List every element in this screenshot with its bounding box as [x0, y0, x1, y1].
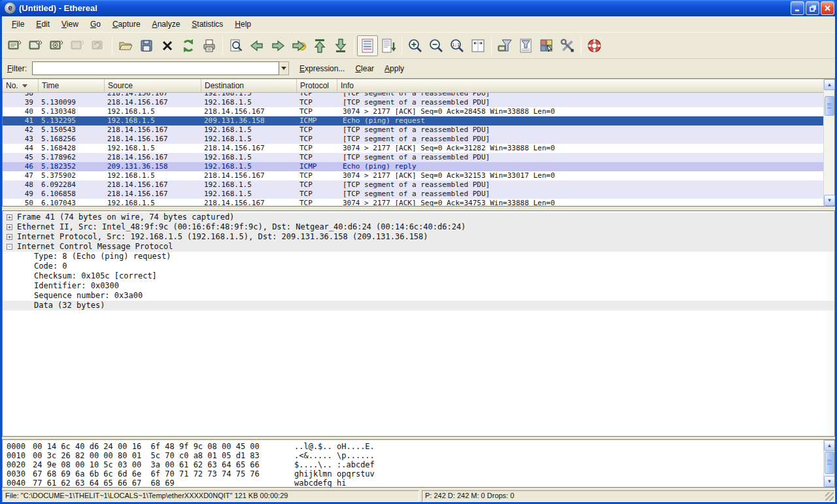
- capture-filter-icon[interactable]: [494, 35, 515, 56]
- apply-button[interactable]: Apply: [384, 64, 404, 73]
- cell-src: 192.168.1.5: [105, 144, 201, 153]
- packet-row[interactable]: 506.107043192.168.1.5218.14.156.167TCP30…: [3, 199, 823, 206]
- detail-tree-line[interactable]: Data (32 bytes): [3, 301, 834, 311]
- packet-row[interactable]: 435.168256218.14.156.167192.168.1.5TCP[T…: [3, 135, 823, 144]
- column-header-time[interactable]: Time: [39, 79, 105, 93]
- capture-options-icon[interactable]: [26, 35, 46, 56]
- menu-item-help[interactable]: Help: [229, 18, 257, 31]
- hex-line[interactable]: 004077 61 62 63 64 65 66 67 68 69wabcdef…: [3, 479, 834, 488]
- capture-restart-icon[interactable]: [88, 35, 109, 56]
- interface-list-icon[interactable]: [5, 35, 26, 56]
- detail-tree-line[interactable]: Sequence number: 0x3a00: [3, 291, 834, 301]
- scroll-up-icon[interactable]: ▲: [824, 440, 835, 451]
- clear-button[interactable]: Clear: [355, 64, 374, 73]
- hex-line[interactable]: 000000 14 6c 40 d6 24 00 16 6f 48 9f 9c …: [3, 442, 834, 451]
- capture-start-icon[interactable]: [46, 35, 67, 56]
- cell-time: 5.168256: [39, 135, 105, 144]
- coloring-rules-icon[interactable]: [536, 35, 557, 56]
- cell-no: 49: [3, 190, 39, 199]
- filter-input[interactable]: [32, 61, 279, 75]
- zoom-100-icon[interactable]: 1:1: [447, 35, 468, 56]
- cell-inf: 3074 > 2177 [ACK] Seq=0 Ack=28458 Win=33…: [337, 107, 823, 116]
- minimize-button[interactable]: [791, 1, 804, 15]
- detail-tree-line[interactable]: Type: 8 (Echo (ping) request): [3, 252, 834, 261]
- menu-item-capture[interactable]: Capture: [107, 18, 146, 31]
- packet-row[interactable]: 455.178962218.14.156.167192.168.1.5TCP[T…: [3, 153, 823, 162]
- packet-row[interactable]: 415.132295192.168.1.5209.131.36.158ICMPE…: [3, 116, 823, 126]
- preferences-icon[interactable]: [557, 35, 578, 56]
- cell-time: 5.150543: [39, 126, 105, 135]
- restore-button[interactable]: [806, 1, 819, 15]
- packet-row[interactable]: 38218.14.156.167192.168.1.5TCP[TCP segme…: [3, 93, 823, 98]
- detail-tree-line[interactable]: +Internet Protocol, Src: 192.168.1.5 (19…: [3, 232, 834, 242]
- go-to-packet-icon[interactable]: [288, 35, 309, 56]
- cell-no: 41: [3, 116, 39, 126]
- reload-icon[interactable]: [178, 35, 199, 56]
- capture-stop-icon[interactable]: [67, 35, 88, 56]
- packet-row[interactable]: 486.092284218.14.156.167192.168.1.5TCP[T…: [3, 180, 823, 190]
- zoom-out-icon[interactable]: [426, 35, 447, 56]
- packet-row[interactable]: 425.150543218.14.156.167192.168.1.5TCP[T…: [3, 126, 823, 135]
- packet-row[interactable]: 445.168428192.168.1.5218.14.156.167TCP30…: [3, 144, 823, 153]
- hex-line[interactable]: 002024 9e 08 00 10 5c 03 00 3a 00 61 62 …: [3, 460, 834, 469]
- packet-row[interactable]: 475.375902192.168.1.5218.14.156.167TCP30…: [3, 171, 823, 180]
- hex-line[interactable]: 001000 3c 26 82 00 00 80 01 5c 70 c0 a8 …: [3, 451, 834, 460]
- go-to-bottom-icon[interactable]: [330, 35, 351, 56]
- packet-row[interactable]: 465.182352209.131.36.158192.168.1.5ICMPE…: [3, 162, 823, 171]
- column-header-protocol[interactable]: Protocol: [297, 79, 337, 93]
- packet-list-scrollbar[interactable]: ▲ ▼: [823, 79, 834, 206]
- detail-tree-line[interactable]: Code: 0: [3, 261, 834, 271]
- scroll-up-icon[interactable]: ▲: [824, 79, 835, 90]
- detail-tree-line[interactable]: +Frame 41 (74 bytes on wire, 74 bytes ca…: [3, 212, 834, 222]
- go-back-icon[interactable]: [247, 35, 267, 56]
- detail-tree-line[interactable]: -Internet Control Message Protocol: [3, 242, 834, 252]
- menu-item-statistics[interactable]: Statistics: [186, 18, 229, 31]
- resize-columns-icon[interactable]: [468, 35, 488, 56]
- scrollbar-thumb[interactable]: [825, 96, 834, 116]
- open-file-icon[interactable]: [115, 35, 136, 56]
- cell-pro: TCP: [297, 126, 337, 135]
- scrollbar-thumb[interactable]: [825, 452, 834, 474]
- colorize-icon[interactable]: [357, 35, 378, 56]
- toolbar-separator: [581, 37, 581, 54]
- menu-item-analyze[interactable]: Analyze: [146, 18, 186, 31]
- go-to-top-icon[interactable]: [309, 35, 330, 56]
- expand-icon[interactable]: +: [7, 234, 12, 240]
- scroll-down-icon[interactable]: ▼: [824, 476, 835, 487]
- title-bar[interactable]: e (Untitled) - Ethereal: [0, 0, 837, 16]
- collapse-icon[interactable]: -: [7, 244, 12, 250]
- hex-line[interactable]: 003067 68 69 6a 6b 6c 6d 6e 6f 70 71 72 …: [3, 469, 834, 479]
- detail-tree-line[interactable]: Identifier: 0x0300: [3, 281, 834, 291]
- menu-item-go[interactable]: Go: [84, 18, 107, 31]
- detail-tree-line[interactable]: Checksum: 0x105c [correct]: [3, 271, 834, 281]
- column-header-no[interactable]: No.: [3, 79, 39, 93]
- resize-grip[interactable]: [825, 492, 834, 501]
- expression-button[interactable]: Expression...: [299, 64, 345, 73]
- print-icon[interactable]: [199, 35, 220, 56]
- zoom-in-icon[interactable]: [405, 35, 426, 56]
- expand-icon[interactable]: +: [7, 214, 12, 220]
- hex-scrollbar[interactable]: ▲ ▼: [823, 440, 834, 487]
- detail-tree-line[interactable]: +Ethernet II, Src: Intel_48:9f:9c (00:16…: [3, 222, 834, 232]
- menu-item-edit[interactable]: Edit: [30, 18, 56, 31]
- close-file-icon[interactable]: [157, 35, 178, 56]
- auto-scroll-icon[interactable]: [378, 35, 399, 56]
- packet-row[interactable]: 496.106858218.14.156.167192.168.1.5TCP[T…: [3, 190, 823, 199]
- display-filter-icon[interactable]: [515, 35, 536, 56]
- column-header-source[interactable]: Source: [105, 79, 201, 93]
- scroll-down-icon[interactable]: ▼: [824, 195, 835, 206]
- packet-row[interactable]: 405.130348192.168.1.5218.14.156.167TCP30…: [3, 107, 823, 116]
- packet-row[interactable]: 395.130099218.14.156.167192.168.1.5TCP[T…: [3, 98, 823, 107]
- find-packet-icon[interactable]: [226, 35, 247, 56]
- filter-dropdown-icon[interactable]: [279, 61, 289, 75]
- help-icon[interactable]: [584, 35, 605, 56]
- menu-item-view[interactable]: View: [56, 18, 84, 31]
- close-button[interactable]: [821, 1, 834, 15]
- expand-icon[interactable]: +: [7, 224, 12, 230]
- packet-detail-pane: +Frame 41 (74 bytes on wire, 74 bytes ca…: [2, 210, 835, 437]
- menu-item-file[interactable]: File: [6, 18, 30, 31]
- save-file-icon[interactable]: [136, 35, 157, 56]
- column-header-destination[interactable]: Destination: [201, 79, 297, 93]
- column-header-info[interactable]: Info: [337, 79, 823, 93]
- go-forward-icon[interactable]: [267, 35, 288, 56]
